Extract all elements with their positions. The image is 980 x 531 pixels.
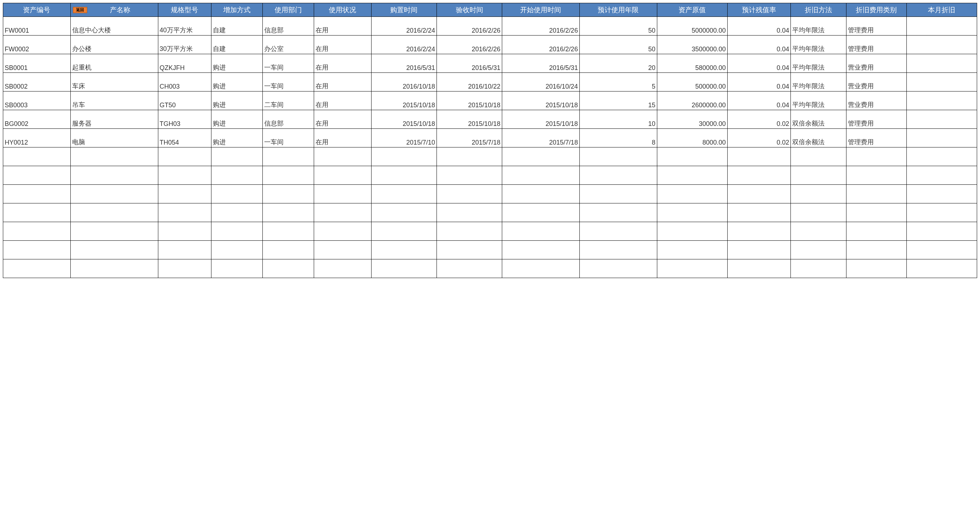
cell-month_dep	[907, 241, 977, 259]
cell-orig_val	[657, 147, 727, 166]
header-dep-method: 折旧方法	[791, 3, 846, 17]
cell-start: 2016/5/31	[502, 54, 580, 73]
header-accept-date: 验收时间	[436, 3, 502, 17]
cell-status: 在用	[314, 110, 372, 129]
cell-spec: GT50	[158, 92, 212, 110]
cell-month_dep	[907, 147, 977, 166]
cell-month_dep	[907, 17, 977, 35]
cell-asset_id: FW0002	[3, 35, 71, 54]
header-exp-cat: 折旧费用类别	[846, 3, 907, 17]
cell-orig_val: 5000000.00	[657, 17, 727, 35]
cell-accept: 2016/2/26	[436, 35, 502, 54]
cell-dept: 一车间	[263, 54, 314, 73]
cell-orig_val	[657, 222, 727, 241]
cell-orig_val	[657, 166, 727, 185]
cell-life: 5	[579, 73, 657, 92]
cell-dep_method	[791, 222, 846, 241]
cell-start: 2016/10/24	[502, 73, 580, 92]
cell-purchase	[371, 185, 436, 203]
cell-spec	[158, 185, 212, 203]
cell-dept: 二车间	[263, 92, 314, 110]
cell-dept	[263, 259, 314, 278]
cell-asset_id	[3, 203, 71, 222]
cell-life	[579, 185, 657, 203]
cell-status: 在用	[314, 73, 372, 92]
cell-dep_method	[791, 147, 846, 166]
cell-orig_val: 30000.00	[657, 110, 727, 129]
cell-orig_val	[657, 241, 727, 259]
cell-asset_id: HY0012	[3, 129, 71, 147]
cell-month_dep	[907, 54, 977, 73]
header-life: 预计使用年限	[579, 3, 657, 17]
cell-status: 在用	[314, 54, 372, 73]
cell-dep_method: 双倍余额法	[791, 110, 846, 129]
cell-asset_name: 信息中心大楼	[70, 17, 158, 35]
cell-dep_method: 平均年限法	[791, 92, 846, 110]
cell-orig_val: 3500000.00	[657, 35, 727, 54]
table-header-row: 资产编号 返回 产名称 规格型号 增加方式 使用部门 使用状况 购置时间 验收时…	[3, 3, 977, 17]
cell-status	[314, 203, 372, 222]
cell-dept	[263, 166, 314, 185]
cell-month_dep	[907, 35, 977, 54]
cell-residual: 0.04	[727, 54, 791, 73]
cell-life	[579, 259, 657, 278]
header-month-dep: 本月折旧	[907, 3, 977, 17]
cell-month_dep	[907, 73, 977, 92]
cell-spec	[158, 259, 212, 278]
cell-dep_method: 双倍余额法	[791, 129, 846, 147]
cell-purchase	[371, 222, 436, 241]
cell-start	[502, 222, 580, 241]
cell-add_method	[212, 203, 263, 222]
cell-asset_id: SB0002	[3, 73, 71, 92]
cell-life: 15	[579, 92, 657, 110]
cell-life: 50	[579, 35, 657, 54]
cell-spec: 40万平方米	[158, 17, 212, 35]
cell-asset_name	[70, 166, 158, 185]
cell-residual	[727, 241, 791, 259]
cell-exp_cat: 管理费用	[846, 35, 907, 54]
cell-dept	[263, 241, 314, 259]
cell-spec	[158, 147, 212, 166]
cell-orig_val	[657, 203, 727, 222]
header-start-date: 开始使用时间	[502, 3, 580, 17]
table-row: FW0002办公楼30万平方米自建办公室在用2016/2/242016/2/26…	[3, 35, 977, 54]
cell-spec	[158, 203, 212, 222]
cell-start	[502, 259, 580, 278]
cell-add_method: 购进	[212, 92, 263, 110]
cell-spec: QZKJFH	[158, 54, 212, 73]
cell-asset_name	[70, 241, 158, 259]
header-asset-id: 资产编号	[3, 3, 71, 17]
cell-accept: 2016/5/31	[436, 54, 502, 73]
cell-dept	[263, 147, 314, 166]
cell-asset_id	[3, 147, 71, 166]
cell-asset_id: FW0001	[3, 17, 71, 35]
cell-month_dep	[907, 166, 977, 185]
cell-spec: TH054	[158, 129, 212, 147]
return-button[interactable]: 返回	[73, 7, 87, 13]
cell-life	[579, 241, 657, 259]
cell-accept	[436, 185, 502, 203]
cell-status: 在用	[314, 35, 372, 54]
cell-add_method	[212, 222, 263, 241]
cell-status	[314, 166, 372, 185]
cell-start	[502, 185, 580, 203]
cell-asset_id	[3, 259, 71, 278]
table-row	[3, 241, 977, 259]
table-body: FW0001信息中心大楼40万平方米自建信息部在用2016/2/242016/2…	[3, 17, 977, 278]
cell-life	[579, 203, 657, 222]
cell-add_method	[212, 259, 263, 278]
cell-orig_val: 8000.00	[657, 129, 727, 147]
cell-residual	[727, 222, 791, 241]
cell-accept: 2016/10/22	[436, 73, 502, 92]
cell-exp_cat: 管理费用	[846, 129, 907, 147]
table-row	[3, 203, 977, 222]
cell-spec: CH003	[158, 73, 212, 92]
cell-residual	[727, 185, 791, 203]
asset-table: 资产编号 返回 产名称 规格型号 增加方式 使用部门 使用状况 购置时间 验收时…	[3, 3, 977, 278]
cell-orig_val	[657, 185, 727, 203]
cell-dept	[263, 203, 314, 222]
cell-dep_method: 平均年限法	[791, 17, 846, 35]
cell-dept: 一车间	[263, 129, 314, 147]
cell-residual: 0.04	[727, 17, 791, 35]
cell-dep_method	[791, 203, 846, 222]
